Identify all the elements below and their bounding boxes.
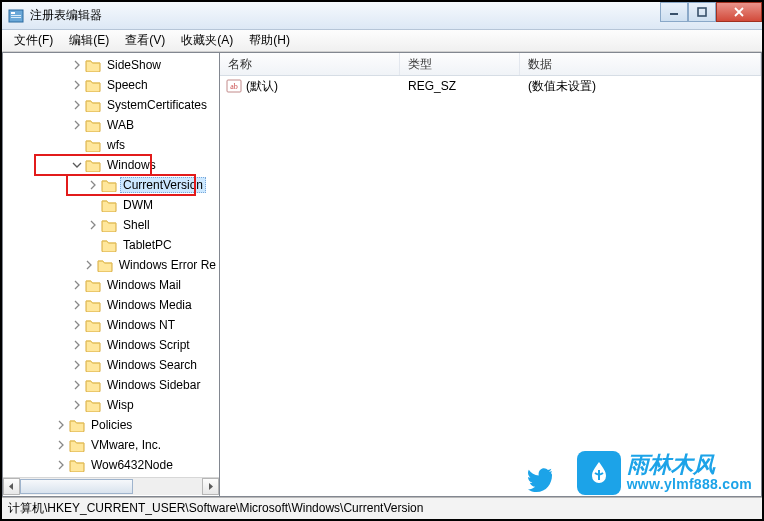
expander-none: [71, 139, 83, 151]
tree-item-sideshow[interactable]: SideShow: [3, 55, 219, 75]
tree-item-windows-media[interactable]: Windows Media: [3, 295, 219, 315]
values-panel: 名称 类型 数据 ab(默认)REG_SZ(数值未设置): [220, 52, 762, 497]
scroll-right-button[interactable]: [202, 478, 219, 495]
values-list[interactable]: ab(默认)REG_SZ(数值未设置): [220, 76, 761, 496]
tree-item-currentversion[interactable]: CurrentVersion: [3, 175, 219, 195]
tree-item-windows-mail[interactable]: Windows Mail: [3, 275, 219, 295]
folder-icon: [85, 118, 101, 132]
tree-item-windows-nt[interactable]: Windows NT: [3, 315, 219, 335]
tree-item-windows-error-re[interactable]: Windows Error Re: [3, 255, 219, 275]
expander-closed-icon[interactable]: [71, 59, 83, 71]
folder-icon: [97, 258, 113, 272]
menu-help[interactable]: 帮助(H): [241, 30, 298, 51]
tree-item-shell[interactable]: Shell: [3, 215, 219, 235]
expander-closed-icon[interactable]: [71, 119, 83, 131]
registry-editor-window: 注册表编辑器 文件(F) 编辑(E) 查看(V) 收藏夹(A) 帮助(H) Si…: [2, 2, 762, 519]
menu-edit[interactable]: 编辑(E): [61, 30, 117, 51]
expander-closed-icon[interactable]: [71, 99, 83, 111]
svg-rect-5: [698, 8, 706, 16]
tree-item-systemcertificates[interactable]: SystemCertificates: [3, 95, 219, 115]
app-icon: [8, 8, 24, 24]
scroll-left-button[interactable]: [3, 478, 20, 495]
expander-closed-icon[interactable]: [71, 339, 83, 351]
tree-scroll[interactable]: SideShowSpeechSystemCertificatesWABwfsWi…: [3, 53, 219, 496]
tree-item-windows-sidebar[interactable]: Windows Sidebar: [3, 375, 219, 395]
menu-favorites[interactable]: 收藏夹(A): [173, 30, 241, 51]
value-row[interactable]: ab(默认)REG_SZ(数值未设置): [220, 76, 761, 96]
folder-icon: [101, 218, 117, 232]
tree-item-windows-script[interactable]: Windows Script: [3, 335, 219, 355]
expander-closed-icon[interactable]: [71, 319, 83, 331]
expander-closed-icon[interactable]: [71, 79, 83, 91]
tree-item-wow6432node[interactable]: Wow6432Node: [3, 455, 219, 475]
statusbar: 计算机\HKEY_CURRENT_USER\Software\Microsoft…: [2, 497, 762, 519]
tree-horizontal-scrollbar[interactable]: [3, 477, 219, 494]
tree-item-label: Wow6432Node: [88, 457, 176, 473]
scroll-track[interactable]: [20, 478, 202, 495]
tree-item-label: Windows Error Re: [116, 257, 219, 273]
folder-icon: [85, 358, 101, 372]
folder-icon: [69, 418, 85, 432]
folder-icon: [69, 458, 85, 472]
value-type: REG_SZ: [400, 77, 520, 95]
titlebar[interactable]: 注册表编辑器: [2, 2, 762, 30]
folder-icon: [85, 398, 101, 412]
scroll-thumb[interactable]: [20, 479, 133, 494]
tree-item-label: Windows Sidebar: [104, 377, 203, 393]
tree-item-windows-search[interactable]: Windows Search: [3, 355, 219, 375]
tree-item-windows[interactable]: Windows: [3, 155, 219, 175]
status-path: 计算机\HKEY_CURRENT_USER\Software\Microsoft…: [8, 500, 423, 517]
folder-icon: [85, 278, 101, 292]
tree-item-vmware-inc-[interactable]: VMware, Inc.: [3, 435, 219, 455]
column-name[interactable]: 名称: [220, 53, 400, 75]
tree-item-label: Windows: [104, 157, 159, 173]
folder-icon: [85, 158, 101, 172]
tree-item-label: Windows Search: [104, 357, 200, 373]
menu-file[interactable]: 文件(F): [6, 30, 61, 51]
expander-closed-icon[interactable]: [55, 419, 67, 431]
tree-item-wisp[interactable]: Wisp: [3, 395, 219, 415]
tree-item-label: Windows Script: [104, 337, 193, 353]
expander-closed-icon[interactable]: [87, 179, 99, 191]
tree-item-policies[interactable]: Policies: [3, 415, 219, 435]
folder-icon: [101, 238, 117, 252]
column-type[interactable]: 类型: [400, 53, 520, 75]
expander-closed-icon[interactable]: [55, 439, 67, 451]
expander-closed-icon[interactable]: [87, 219, 99, 231]
tree-item-label: SideShow: [104, 57, 164, 73]
tree-item-tabletpc[interactable]: TabletPC: [3, 235, 219, 255]
expander-none: [87, 239, 99, 251]
folder-icon: [85, 78, 101, 92]
registry-tree: SideShowSpeechSystemCertificatesWABwfsWi…: [3, 53, 219, 477]
expander-open-icon[interactable]: [71, 159, 83, 171]
folder-icon: [85, 138, 101, 152]
maximize-button[interactable]: [688, 2, 716, 22]
menu-view[interactable]: 查看(V): [117, 30, 173, 51]
expander-closed-icon[interactable]: [71, 279, 83, 291]
tree-item-label: Speech: [104, 77, 151, 93]
expander-closed-icon[interactable]: [71, 399, 83, 411]
window-title: 注册表编辑器: [30, 7, 102, 24]
client-area: SideShowSpeechSystemCertificatesWABwfsWi…: [2, 52, 762, 497]
column-data[interactable]: 数据: [520, 53, 761, 75]
expander-closed-icon[interactable]: [71, 299, 83, 311]
values-header: 名称 类型 数据: [220, 53, 761, 76]
folder-icon: [101, 178, 117, 192]
tree-item-wfs[interactable]: wfs: [3, 135, 219, 155]
tree-item-label: Policies: [88, 417, 135, 433]
folder-icon: [85, 378, 101, 392]
value-name: (默认): [246, 78, 278, 95]
expander-closed-icon[interactable]: [71, 359, 83, 371]
tree-item-speech[interactable]: Speech: [3, 75, 219, 95]
expander-closed-icon[interactable]: [55, 459, 67, 471]
folder-icon: [85, 338, 101, 352]
tree-item-dwm[interactable]: DWM: [3, 195, 219, 215]
expander-closed-icon[interactable]: [71, 379, 83, 391]
tree-item-wab[interactable]: WAB: [3, 115, 219, 135]
minimize-button[interactable]: [660, 2, 688, 22]
close-button[interactable]: [716, 2, 762, 22]
expander-none: [87, 199, 99, 211]
expander-closed-icon[interactable]: [83, 259, 94, 271]
tree-item-label: VMware, Inc.: [88, 437, 164, 453]
tree-item-label: SystemCertificates: [104, 97, 210, 113]
